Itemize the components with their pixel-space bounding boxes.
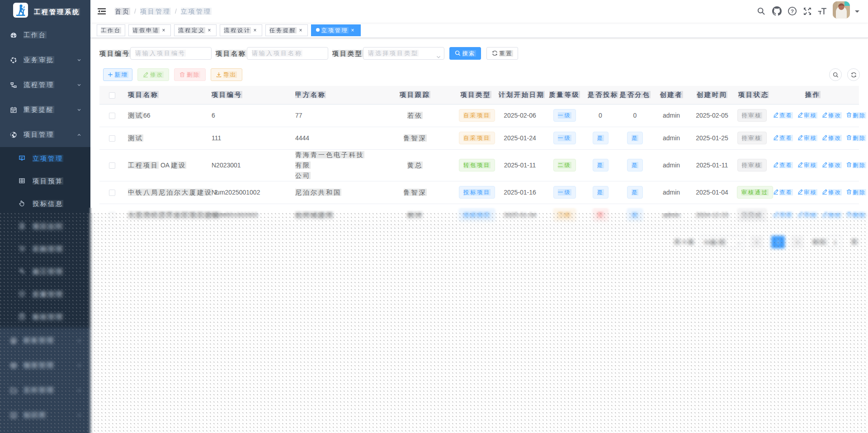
svg-text:?: ? bbox=[791, 9, 794, 14]
